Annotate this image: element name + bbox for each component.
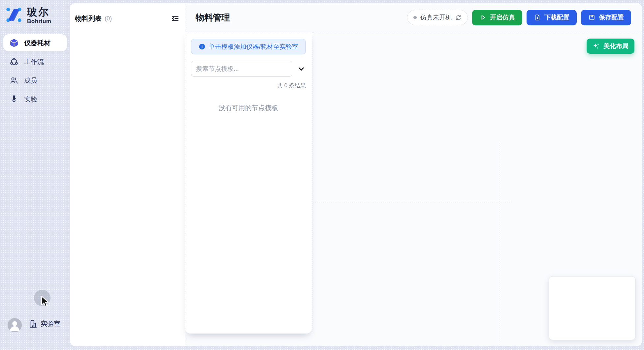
simulation-status-pill: 仿真未开机 (407, 10, 468, 25)
sidebar-item-label: 实验 (24, 95, 37, 104)
main-content: 物料管理 仿真未开机 开启仿真 (185, 3, 642, 346)
lab-entry[interactable]: 实验室 (28, 319, 60, 329)
sidebar-item-experiments[interactable]: 实验 (3, 91, 67, 108)
start-simulation-button[interactable]: 开启仿真 (472, 10, 522, 25)
template-search-input[interactable] (191, 61, 292, 77)
building-icon (28, 319, 38, 329)
template-search-row (191, 61, 306, 77)
material-list-panel: 物料列表 (0) (70, 3, 185, 346)
sidebar-nav: 仪器耗材 工作流 成员 (3, 34, 67, 109)
beautify-layout-label: 美化布局 (603, 42, 628, 50)
info-icon (199, 43, 206, 50)
download-config-label: 下载配置 (544, 13, 569, 22)
expand-list-button[interactable] (297, 64, 306, 73)
avatar[interactable] (8, 318, 22, 332)
empty-templates-message: 没有可用的节点模板 (185, 103, 312, 112)
avatar-icon (8, 318, 22, 332)
sidebar-footer: 实验室 (0, 327, 70, 350)
material-list-title: 物料列表 (75, 14, 102, 23)
experiment-icon (10, 95, 18, 104)
beautify-layout-button[interactable]: 美化布局 (587, 39, 634, 54)
template-hint-banner[interactable]: 单击模板添加仪器/耗材至实验室 (191, 39, 306, 54)
bohrium-logo-icon (5, 6, 22, 24)
save-config-button[interactable]: 保存配置 (581, 10, 631, 25)
save-config-label: 保存配置 (599, 13, 624, 22)
material-list-count: (0) (105, 15, 112, 22)
canvas-guideline (312, 203, 512, 203)
status-dot-icon (413, 16, 417, 19)
chevron-down-icon (297, 65, 305, 73)
start-simulation-label: 开启仿真 (490, 13, 515, 22)
header-actions: 仿真未开机 开启仿真 (407, 10, 631, 25)
results-count: 共 0 条结果 (191, 82, 306, 89)
node-template-panel: 单击模板添加仪器/耗材至实验室 共 0 条结果 没有可用的节点模板 (185, 32, 312, 334)
sidebar-item-instruments[interactable]: 仪器耗材 (3, 34, 67, 51)
minimap[interactable] (549, 276, 636, 340)
cursor-icon (41, 296, 50, 308)
play-icon (479, 14, 487, 21)
sidebar-item-label: 成员 (24, 76, 37, 85)
page-title: 物料管理 (196, 12, 230, 23)
download-config-button[interactable]: 下载配置 (527, 10, 577, 25)
material-list-header: 物料列表 (0) (75, 14, 180, 23)
download-file-icon (534, 14, 541, 21)
sidebar-item-label: 仪器耗材 (24, 39, 50, 47)
collapse-panel-icon (171, 14, 179, 23)
sidebar-item-members[interactable]: 成员 (3, 72, 67, 89)
collapse-panel-button[interactable] (171, 14, 180, 23)
brand-subname: Bohrium (27, 18, 51, 25)
sidebar-item-label: 工作流 (24, 57, 44, 66)
page-header: 物料管理 仿真未开机 开启仿真 (185, 3, 642, 32)
lab-entry-label: 实验室 (41, 319, 60, 328)
save-icon (588, 14, 596, 21)
simulation-status-label: 仿真未开机 (420, 13, 452, 22)
template-hint-text: 单击模板添加仪器/耗材至实验室 (209, 43, 298, 51)
sparkles-icon (593, 43, 600, 50)
members-icon (10, 76, 18, 85)
workflow-icon (10, 57, 18, 66)
sidebar: 玻尔 Bohrium 仪器耗材 工作流 (0, 0, 70, 350)
main-window: 物料列表 (0) 物料管理 仿真未开机 (70, 3, 642, 346)
brand: 玻尔 Bohrium (5, 6, 51, 25)
flow-canvas[interactable]: 单击模板添加仪器/耗材至实验室 共 0 条结果 没有可用的节点模板 (185, 32, 642, 346)
refresh-icon[interactable] (455, 15, 462, 21)
cube-icon (10, 39, 18, 47)
canvas-guideline (312, 32, 312, 334)
brand-name: 玻尔 (27, 7, 51, 18)
canvas-guideline (499, 142, 499, 346)
sidebar-item-workflow[interactable]: 工作流 (3, 53, 67, 70)
